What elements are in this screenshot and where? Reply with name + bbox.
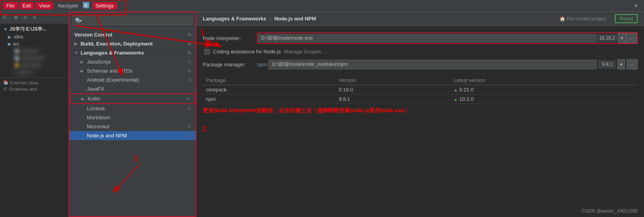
pkg-latest-npm: ▲ 10.2.0 — [450, 95, 638, 104]
menu-file[interactable]: File — [3, 2, 18, 9]
coding-assistance-row: Coding assistance for Node.js Manage Sco… — [203, 49, 638, 55]
expand-icon: ▶ — [81, 97, 85, 101]
up-arrow-icon: ▲ — [453, 88, 458, 92]
tree-item-blur4[interactable]: ■ ▒▒▒.ji — [0, 69, 68, 76]
settings-item-build[interactable]: ▶ Build, Execution, Deployment ⧉ — [70, 39, 196, 48]
project-tree: P... ⊕ ≡ ≡ ▼ JS学习 E:\JS学... ▶ .idea ▶ sr… — [0, 12, 69, 217]
copy-icon: ⧉ — [187, 96, 190, 101]
version-up-npm: ▲ 10.2.0 — [453, 96, 635, 102]
tree-scratches-label: Scratches and — [9, 87, 37, 91]
tree-item-idea[interactable]: ▶ .idea — [0, 33, 68, 40]
tree-item-blur1[interactable]: 📄 ▒▒▒▒▒ — [0, 47, 68, 55]
tree-blur3-label: ▒▒▒▒▒▒ — [21, 62, 41, 68]
main-layout: P... ⊕ ≡ ≡ ▼ JS学习 E:\JS学... ▶ .idea ▶ sr… — [0, 12, 644, 217]
reset-button[interactable]: Reset — [615, 14, 638, 23]
settings-item-version-control[interactable]: Version Control ⧉ — [70, 30, 196, 39]
npm-version-badge: 9.8.1 — [598, 60, 616, 69]
title-bar: File Edit View Navigate ⚙ Settings × — [0, 0, 644, 12]
tree-item-root[interactable]: ▼ JS学习 E:\JS学... — [0, 25, 68, 33]
menu-edit[interactable]: Edit — [19, 2, 34, 9]
col-package: Package — [203, 76, 336, 85]
menu-bar: File Edit View Navigate ⚙ Settings — [3, 2, 117, 9]
node-version-dropdown[interactable]: ▼ — [618, 33, 626, 43]
node-path-browse-button[interactable]: ··· — [626, 33, 637, 43]
tree-content: ▼ JS学习 E:\JS学... ▶ .idea ▶ src 📄 ▒▒▒▒▒ 📄… — [0, 24, 68, 94]
tree-btn-p[interactable]: P... — [2, 14, 10, 22]
right-content: Node interpreter: 18.18.2 ▼ ··· Coding a… — [196, 26, 644, 217]
tree-extlib-label: External Librar... — [10, 80, 42, 85]
version-up-corepack: ▲ 0.21.0 — [453, 87, 635, 93]
npm-path-browse-button[interactable]: ··· — [627, 59, 638, 69]
library-icon: 📚 — [3, 80, 9, 85]
for-current-project-text: For current project — [567, 16, 605, 22]
menu-navigate[interactable]: Navigate — [55, 2, 81, 9]
settings-item-kotlin[interactable]: ▶ Kotlin ⧉ — [70, 93, 196, 104]
search-input[interactable] — [73, 16, 193, 25]
settings-item-languages[interactable]: ▼ Languages & Frameworks ⧉ — [70, 48, 196, 57]
manage-scopes-link[interactable]: Manage Scopes... — [284, 49, 325, 55]
settings-item-javafx[interactable]: JavaFX — [70, 84, 196, 93]
tree-idea-label: .idea — [13, 34, 23, 40]
copy-icon: ⧉ — [188, 133, 191, 138]
tree-item-src[interactable]: ▶ src — [0, 40, 68, 47]
tree-toolbar: P... ⊕ ≡ ≡ — [0, 12, 68, 24]
settings-item-schemas[interactable]: ▶ Schemas and DTDs ⧉ — [70, 66, 196, 75]
annotation-text: 更改Node interpreter的路径，点击右侧三点（选择刚刚安装node.… — [203, 107, 410, 113]
copy-icon: ⧉ — [188, 50, 191, 55]
pkg-name-npm: npm — [203, 95, 336, 104]
node-version-badge: 18.18.2 — [596, 34, 618, 42]
copy-icon: ⧉ — [188, 68, 191, 73]
tree-btn-options[interactable]: ≡ — [31, 14, 39, 22]
project-icon: 🏠 — [560, 16, 565, 22]
table-row: corepack 0.19.0 ▲ 0.21.0 — [203, 85, 638, 95]
expand-icon: ▶ — [74, 42, 78, 46]
up-arrow-icon: ▲ — [453, 97, 458, 102]
settings-tree: Version Control ⧉ ▶ Build, Execution, De… — [70, 29, 196, 216]
right-panel: Languages & Frameworks › Node.js and NPM… — [196, 12, 644, 217]
settings-item-nodejs[interactable]: Node.js and NPM ⧉ — [70, 131, 196, 140]
tree-blur4-label: ▒▒▒.ji — [18, 69, 32, 75]
tree-item-external-lib[interactable]: 📚 External Librar... — [0, 79, 68, 86]
expand-icon: ▶ — [81, 60, 84, 64]
settings-item-label: JavaFX — [87, 86, 104, 92]
settings-item-micronaut[interactable]: Micronaut ⧉ — [70, 122, 196, 131]
tree-btn-sort[interactable]: ≡ — [21, 14, 29, 22]
pkg-version-corepack: 0.19.0 — [336, 85, 450, 95]
right-header: Languages & Frameworks › Node.js and NPM… — [196, 12, 644, 26]
tree-item-blur2[interactable]: 📄 ▒▒▒▒▒▒▒ — [0, 55, 68, 62]
menu-settings[interactable]: Settings — [92, 2, 117, 9]
settings-item-lombok[interactable]: Lombok ⧉ — [70, 104, 196, 113]
node-interpreter-input[interactable] — [258, 34, 596, 43]
settings-icon: ⚙ — [83, 2, 89, 8]
npm-tag: npm — [257, 62, 267, 67]
settings-item-label: Micronaut — [87, 124, 109, 129]
tree-item-blur3[interactable]: 🟡 ▒▒▒▒▒▒ — [0, 62, 68, 69]
expand-icon: ▼ — [74, 51, 78, 55]
npm-version-dropdown[interactable]: ▼ — [617, 59, 625, 69]
close-button[interactable]: × — [631, 2, 641, 9]
coding-assistance-checkbox[interactable] — [204, 49, 210, 55]
settings-item-android[interactable]: Android (Experimental) ⧉ — [70, 75, 196, 84]
settings-item-label: Node.js and NPM — [87, 133, 127, 139]
settings-item-label: Markdown — [87, 115, 110, 120]
tree-item-scratches[interactable]: 🗒 Scratches and — [0, 86, 68, 92]
package-manager-input-group: npm 9.8.1 ▼ ··· — [257, 59, 638, 69]
tree-blur2-label: ▒▒▒▒▒▒▒ — [21, 55, 45, 61]
package-manager-path-input[interactable] — [268, 60, 597, 69]
csdn-footer: CSDN @weixin_49651585 — [582, 208, 638, 214]
breadcrumb-arrow: › — [270, 16, 271, 22]
copy-icon: ⧉ — [188, 77, 191, 82]
settings-item-javascript[interactable]: ▶ JavaScript ⧉ — [70, 57, 196, 66]
search-icon: 🔍 — [75, 18, 81, 23]
search-wrapper: 🔍 — [73, 16, 193, 25]
file-icon: 📄 — [14, 49, 20, 54]
copy-icon: ⧉ — [188, 106, 191, 111]
settings-item-markdown[interactable]: Markdown — [70, 113, 196, 122]
expand-icon: ▶ — [81, 69, 84, 73]
latest-version-text: 10.2.0 — [459, 96, 473, 102]
tree-blur1-label: ▒▒▒▒▒ — [21, 48, 38, 54]
settings-item-label: Build, Execution, Deployment — [81, 41, 152, 47]
menu-view[interactable]: View — [36, 2, 53, 9]
settings-item-label: Android (Experimental) — [87, 77, 139, 83]
tree-btn-add[interactable]: ⊕ — [12, 14, 20, 22]
